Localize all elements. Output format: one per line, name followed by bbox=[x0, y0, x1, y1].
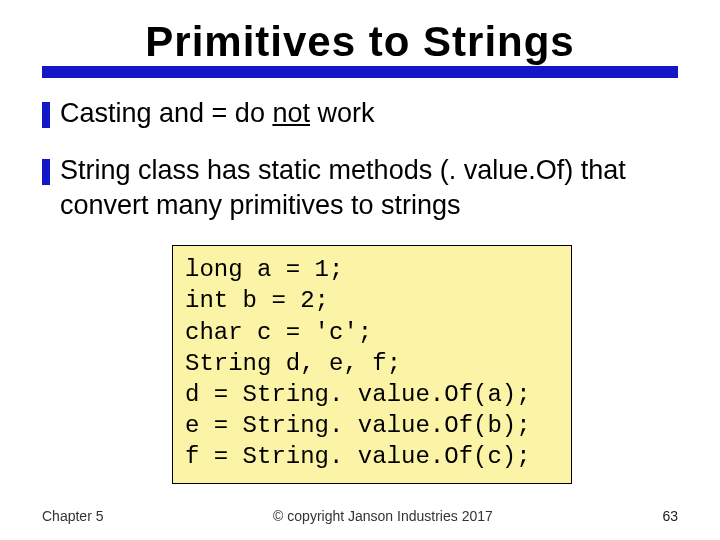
bullet-marker-icon bbox=[42, 159, 50, 185]
bullet-text: String class has static methods (. value… bbox=[60, 153, 678, 223]
bullet-text: Casting and = do not work bbox=[60, 96, 374, 131]
bullet-marker-icon bbox=[42, 102, 50, 128]
slide-title: Primitives to Strings bbox=[139, 18, 580, 68]
footer-chapter: Chapter 5 bbox=[42, 508, 103, 524]
bullet-list: Casting and = do not work String class h… bbox=[42, 96, 678, 223]
bullet-item: Casting and = do not work bbox=[42, 96, 678, 131]
slide-footer: Chapter 5 © copyright Janson Industries … bbox=[0, 508, 720, 524]
bullet-text-pre: Casting and = do bbox=[60, 98, 272, 128]
slide: Primitives to Strings Casting and = do n… bbox=[0, 0, 720, 540]
code-block: long a = 1; int b = 2; char c = 'c'; Str… bbox=[172, 245, 572, 483]
title-wrap: Primitives to Strings bbox=[42, 18, 678, 68]
bullet-text-not: not bbox=[272, 98, 310, 128]
footer-copyright: © copyright Janson Industries 2017 bbox=[103, 508, 662, 524]
bullet-text-post: work bbox=[310, 98, 375, 128]
bullet-item: String class has static methods (. value… bbox=[42, 153, 678, 223]
footer-page-number: 63 bbox=[662, 508, 678, 524]
